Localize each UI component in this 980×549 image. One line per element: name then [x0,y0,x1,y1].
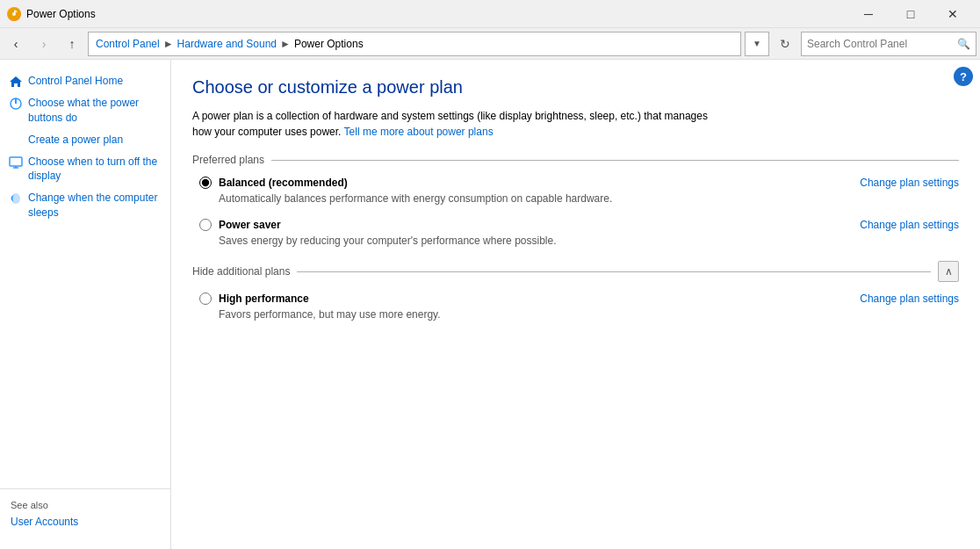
plan-power-saver: Power saver Change plan settings Saves e… [192,219,959,247]
sleep-icon [9,191,23,206]
user-accounts-link[interactable]: User Accounts [11,516,160,528]
forward-button[interactable]: › [32,32,56,56]
up-button[interactable]: ↑ [60,32,84,56]
address-bar: ‹ › ↑ Control Panel ► Hardware and Sound… [0,28,980,60]
create-plan-icon [9,134,23,148]
breadcrumb-control-panel[interactable]: Control Panel [96,38,160,50]
plan-radio-power-saver[interactable] [199,219,212,231]
change-balanced-link[interactable]: Change plan settings [860,177,959,189]
window-controls: ─ □ ✕ [848,1,973,27]
preferred-plans-header: Preferred plans [192,154,959,166]
back-button[interactable]: ‹ [4,32,28,56]
plan-row: Power saver Change plan settings [199,219,959,231]
app-icon [7,7,21,21]
content-description: A power plan is a collection of hardware… [192,108,719,140]
breadcrumb-power-options: Power Options [294,38,364,50]
additional-plans-label: Hide additional plans [192,265,290,278]
plan-desc-power-saver: Saves energy by reducing your computer's… [199,235,959,247]
plan-row: High performance Change plan settings [199,293,959,305]
plan-label-balanced[interactable]: Balanced (recommended) [199,177,348,189]
sidebar-item-power-buttons[interactable]: Choose what the power buttons do [0,92,170,129]
power-buttons-icon [9,97,23,111]
home-icon [9,75,23,89]
minimize-button[interactable]: ─ [848,1,889,27]
change-high-performance-link[interactable]: Change plan settings [860,293,959,305]
breadcrumb-sep-2: ► [280,38,291,50]
preferred-plans-label: Preferred plans [192,154,264,166]
search-box: 🔍 [801,32,976,56]
search-input[interactable] [807,38,957,50]
learn-more-link[interactable]: Tell me more about power plans [344,126,494,138]
plan-high-performance: High performance Change plan settings Fa… [192,293,959,321]
section-divider [271,160,959,161]
sidebar-item-label: Choose what the power buttons do [28,96,160,126]
sidebar-item-label: Choose when to turn off the display [28,155,160,184]
sidebar-item-label: Create a power plan [28,133,160,148]
plan-name-balanced: Balanced (recommended) [219,177,348,189]
plan-name-high-performance: High performance [219,293,309,305]
plan-label-power-saver[interactable]: Power saver [199,219,281,231]
search-icon[interactable]: 🔍 [957,38,970,50]
breadcrumb: Control Panel ► Hardware and Sound ► Pow… [88,32,741,56]
svg-rect-4 [10,157,22,166]
plan-desc-balanced: Automatically balances performance with … [199,192,959,205]
maximize-button[interactable]: □ [890,1,931,27]
change-power-saver-link[interactable]: Change plan settings [860,219,959,231]
sidebar-item-label: Change when the computer sleeps [28,191,160,220]
close-button[interactable]: ✕ [933,1,973,27]
page-title: Choose or customize a power plan [192,77,959,98]
content-area: ? Choose or customize a power plan A pow… [171,60,980,549]
window-title: Power Options [26,8,848,20]
sidebar-item-control-panel-home[interactable]: Control Panel Home [0,70,170,92]
main-layout: Control Panel Home Choose what the power… [0,60,980,549]
plan-name-power-saver: Power saver [219,219,281,231]
breadcrumb-hardware-sound[interactable]: Hardware and Sound [177,38,277,50]
see-also-title: See also [11,500,160,510]
breadcrumb-sep-1: ► [163,38,174,50]
sidebar-item-create-plan[interactable]: Create a power plan [0,129,170,151]
plan-balanced: Balanced (recommended) Change plan setti… [192,177,959,205]
plan-radio-balanced[interactable] [199,177,212,189]
sidebar-item-turn-off-display[interactable]: Choose when to turn off the display [0,151,170,188]
sidebar-footer: See also User Accounts [0,488,170,538]
sidebar: Control Panel Home Choose what the power… [0,60,171,549]
sidebar-item-computer-sleeps[interactable]: Change when the computer sleeps [0,187,170,224]
plan-desc-high-performance: Favors performance, but may use more ene… [199,308,959,321]
section-divider-2 [297,271,931,272]
display-icon [9,155,23,170]
sidebar-nav: Control Panel Home Choose what the power… [0,70,170,488]
additional-plans-header: Hide additional plans ∧ [192,261,959,282]
title-bar: Power Options ─ □ ✕ [0,0,980,28]
plan-label-high-performance[interactable]: High performance [199,293,309,305]
breadcrumb-dropdown[interactable]: ▼ [745,32,769,56]
plan-radio-high-performance[interactable] [199,293,212,305]
plan-row: Balanced (recommended) Change plan setti… [199,177,959,189]
help-button[interactable]: ? [954,67,973,86]
svg-point-1 [12,12,16,16]
refresh-button[interactable]: ↻ [773,32,797,56]
sidebar-item-label: Control Panel Home [28,74,160,89]
toggle-additional-plans[interactable]: ∧ [938,261,959,282]
